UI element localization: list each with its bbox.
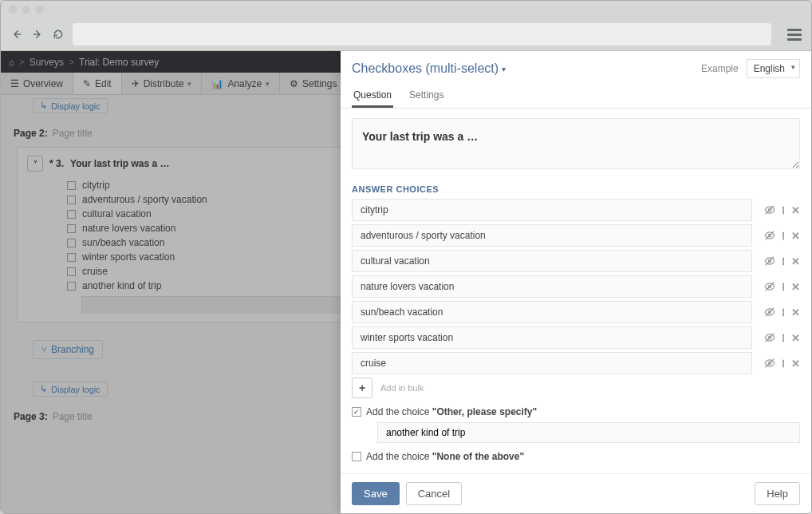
cancel-button[interactable]: Cancel [406, 482, 462, 505]
none-checkbox[interactable] [352, 452, 361, 461]
delete-choice-icon[interactable]: ✕ [791, 306, 800, 318]
reorder-icon[interactable]: ⁞ [782, 358, 785, 370]
delete-choice-icon[interactable]: ✕ [791, 332, 800, 344]
hide-choice-icon[interactable] [764, 230, 775, 241]
reorder-icon[interactable]: ⁞ [782, 306, 785, 318]
reorder-icon[interactable]: ⁞ [782, 281, 785, 293]
language-select[interactable]: English [747, 59, 800, 78]
window-dot [9, 6, 17, 14]
forward-icon[interactable] [31, 28, 44, 41]
choice-row: ⁞✕ [352, 301, 800, 323]
choice-input[interactable] [352, 275, 752, 298]
none-label: Add the choice "None of the above" [366, 451, 524, 462]
window-titlebar [1, 1, 811, 18]
hide-choice-icon[interactable] [764, 332, 775, 343]
choice-input[interactable] [352, 326, 752, 349]
other-label: Add the choice "Other, please specify" [366, 406, 537, 417]
delete-choice-icon[interactable]: ✕ [791, 204, 800, 216]
choice-input[interactable] [352, 199, 752, 221]
reorder-icon[interactable]: ⁞ [782, 332, 785, 344]
other-text-input[interactable] [377, 422, 800, 443]
reorder-icon[interactable]: ⁞ [782, 255, 785, 267]
back-icon[interactable] [10, 28, 23, 41]
choice-input[interactable] [352, 224, 752, 247]
question-editor-panel: Checkboxes (multi-select)▾ Example Engli… [341, 51, 811, 513]
add-in-bulk-link[interactable]: Add in bulk [380, 383, 424, 393]
choice-row: ⁞✕ [352, 275, 800, 298]
choice-input[interactable] [352, 250, 752, 272]
panel-tab-question[interactable]: Question [352, 85, 393, 108]
add-choice-button[interactable]: + [352, 378, 372, 398]
save-button[interactable]: Save [352, 482, 400, 505]
reload-icon[interactable] [52, 28, 65, 41]
question-type-selector[interactable]: Checkboxes (multi-select)▾ [352, 61, 506, 76]
hide-choice-icon[interactable] [764, 281, 775, 292]
delete-choice-icon[interactable]: ✕ [791, 358, 800, 370]
browser-toolbar [1, 18, 811, 50]
url-bar[interactable] [73, 23, 771, 45]
choice-input[interactable] [352, 352, 752, 374]
choice-row: ⁞✕ [352, 250, 800, 272]
hide-choice-icon[interactable] [764, 204, 775, 215]
answer-choices-label: ANSWER CHOICES [352, 184, 800, 194]
reorder-icon[interactable]: ⁞ [782, 204, 785, 216]
window-dot [22, 6, 30, 14]
help-button[interactable]: Help [755, 482, 800, 505]
panel-tab-settings[interactable]: Settings [408, 85, 445, 108]
menu-icon[interactable] [787, 29, 802, 41]
window-dot [36, 6, 44, 14]
delete-choice-icon[interactable]: ✕ [791, 230, 800, 242]
choice-row: ⁞✕ [352, 224, 800, 247]
choice-row: ⁞✕ [352, 352, 800, 374]
delete-choice-icon[interactable]: ✕ [791, 281, 800, 293]
hide-choice-icon[interactable] [764, 255, 775, 267]
choice-input[interactable] [352, 301, 752, 323]
choice-row: ⁞✕ [352, 326, 800, 349]
example-link[interactable]: Example [701, 63, 739, 74]
hide-choice-icon[interactable] [764, 306, 775, 318]
other-checkbox[interactable] [352, 407, 361, 417]
delete-choice-icon[interactable]: ✕ [791, 255, 800, 267]
choice-row: ⁞✕ [352, 199, 800, 221]
reorder-icon[interactable]: ⁞ [782, 230, 785, 242]
question-text-input[interactable] [352, 118, 800, 169]
hide-choice-icon[interactable] [764, 358, 775, 369]
